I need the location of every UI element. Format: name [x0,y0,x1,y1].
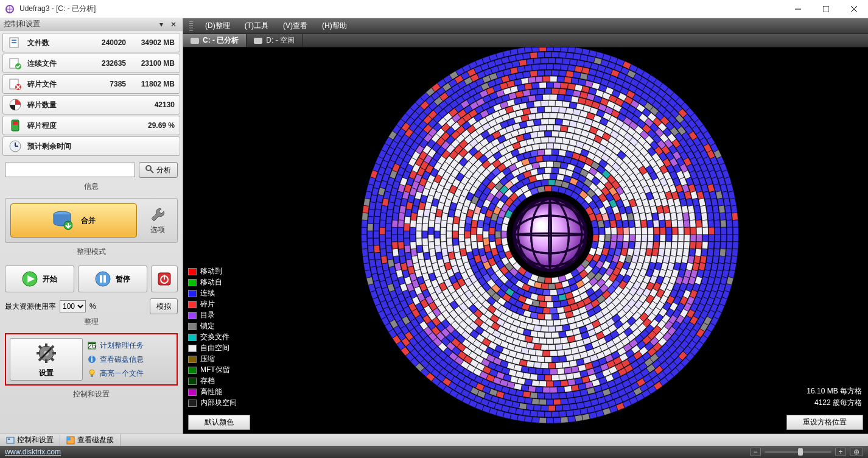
bottom-tab[interactable]: 查看磁盘簇 [60,434,121,446]
stat-value-1: 240020 [83,38,126,47]
analyze-label: 分析 [156,165,171,175]
task-icon [88,369,96,378]
menu-item[interactable]: (V)查看 [277,21,313,31]
legend-item: 移动到 [188,266,237,277]
legend-swatch [188,279,197,286]
task-label: 计划整理任务 [100,340,144,351]
analyze-button[interactable]: 分析 [139,162,178,178]
legend-label: 碎片 [200,299,215,309]
legend-swatch [188,312,197,319]
bottom-tab[interactable]: 控制和设置 [0,434,60,446]
legend-swatch [188,290,197,297]
svg-rect-28 [103,275,106,283]
zoom-fit-button[interactable]: ⊕ [850,448,863,456]
minimize-button[interactable] [784,0,812,18]
stat-row: 预计剩余时间 [2,136,180,156]
svg-rect-49 [7,437,14,443]
task-icon: i [88,355,96,364]
legend-item: 压缩 [188,354,237,364]
stat-label: 文件数 [27,38,83,48]
left-panel-title: 控制和设置 [4,19,40,29]
svg-point-20 [146,166,151,171]
close-button[interactable] [840,0,868,18]
info-section-label: 信息 [0,180,183,196]
right-panel: (D)整理(T)工具(V)查看(H)帮助 C: - 已分析D: - 空闲 移动到… [183,18,868,434]
wrench-icon [149,206,166,224]
legend: 移动到移动自连续碎片目录锁定交换文件自由空间压缩MFT保留存档高性能内部块空间 [188,266,237,408]
settings-section-label: 控制和设置 [0,388,183,403]
legend-swatch [188,334,197,341]
legend-swatch [188,378,197,385]
bottom-tab-icon [66,436,75,445]
legend-label: MFT保留 [200,365,230,375]
titlebar: Udefrag3 - [C: - 已分析] [0,0,868,18]
legend-label: 目录 [200,310,215,320]
default-colors-button[interactable]: 默认颜色 [188,415,250,430]
pin-icon[interactable]: ✕ [170,20,179,29]
settings-button[interactable]: 设置 [10,338,83,381]
svg-rect-4 [823,6,829,12]
bottom-tab-label: 查看磁盘簇 [77,435,114,445]
pause-button[interactable]: 暂停 [78,266,147,292]
task-item[interactable]: i查看磁盘信息 [88,354,173,365]
bottom-tab-icon [6,436,15,445]
svg-text:i: i [91,355,93,364]
legend-swatch [188,400,197,407]
svg-line-41 [39,358,41,361]
merge-label: 合并 [81,216,96,226]
zoom-out-button[interactable]: − [750,448,761,456]
start-button[interactable]: 开始 [5,266,74,292]
viz-info-line2: 4122 簇每方格 [807,398,862,408]
task-item[interactable]: 26计划整理任务 [88,340,173,351]
drive-tab-label: C: - 已分析 [203,35,239,46]
left-panel-header: 控制和设置 ▾ ✕ [0,18,183,30]
path-input[interactable] [5,163,135,177]
stop-button[interactable] [151,266,178,292]
resource-label: 最大资源使用率 [5,301,56,312]
menubar: (D)整理(T)工具(V)查看(H)帮助 [183,18,868,34]
status-url[interactable]: www.disktrix.com [5,448,61,456]
maximize-button[interactable] [812,0,840,18]
reset-grid-button[interactable]: 重设方格位置 [786,415,863,430]
svg-point-26 [96,272,110,286]
stat-icon [8,35,23,50]
drive-tab[interactable]: C: - 已分析 [183,34,247,47]
stat-value-2: 42130 [126,100,175,109]
legend-swatch [188,323,197,330]
legend-label: 压缩 [200,354,215,364]
bottom-tab-label: 控制和设置 [17,435,54,445]
dropdown-icon[interactable]: ▾ [159,20,168,29]
stats-list: 文件数 240020 34902 MB 连续文件 232635 23100 MB… [0,30,183,160]
legend-swatch [188,356,197,363]
legend-label: 交换文件 [200,332,229,342]
legend-item: 内部块空间 [188,398,237,408]
merge-button[interactable]: 合并 [10,203,137,238]
svg-rect-50 [8,439,10,440]
legend-item: 碎片 [188,299,237,309]
task-item[interactable]: 高亮一个文件 [88,368,173,379]
legend-item: 目录 [188,310,237,320]
zoom-slider[interactable] [765,451,831,453]
menu-item[interactable]: (D)整理 [199,21,236,31]
pause-icon [95,271,111,287]
drive-tab[interactable]: D: - 空闲 [247,34,303,47]
menu-item[interactable]: (T)工具 [239,21,275,31]
legend-label: 存档 [200,376,215,386]
drive-icon [254,38,262,44]
legend-item: 高性能 [188,387,237,397]
menu-item[interactable]: (H)帮助 [316,21,353,31]
svg-rect-48 [91,375,93,377]
viz-area: 移动到移动自连续碎片目录锁定交换文件自由空间压缩MFT保留存档高性能内部块空间 … [183,48,868,434]
disk-map[interactable] [183,48,868,434]
zoom-control: − + ⊕ [750,448,863,456]
stat-label: 碎片数量 [27,100,83,110]
options-button[interactable]: 选项 [143,206,172,235]
svg-line-38 [39,346,41,348]
drive-tab-label: D: - 空闲 [266,35,295,46]
menubar-grip[interactable] [189,21,193,31]
stat-row: 文件数 240020 34902 MB [2,33,180,52]
resource-select[interactable]: 100 [60,300,86,312]
simulate-button[interactable]: 模拟 [150,298,178,314]
power-icon [157,272,172,286]
zoom-in-button[interactable]: + [835,448,846,456]
